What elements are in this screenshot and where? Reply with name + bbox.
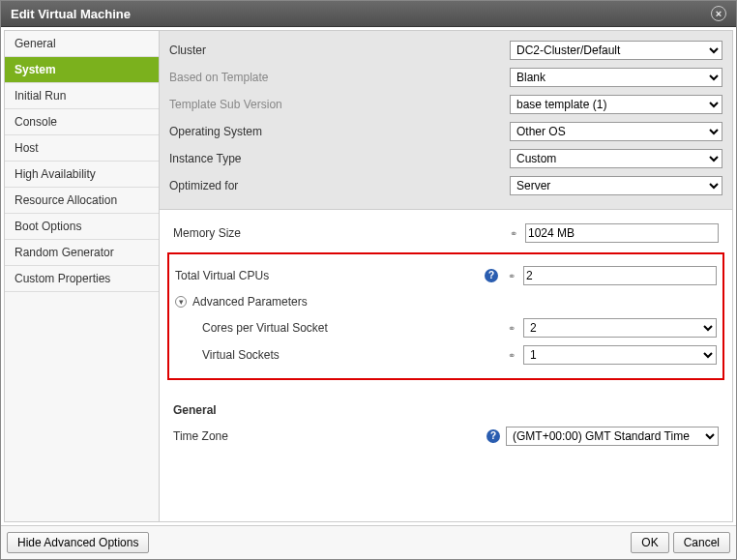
label-memory: Memory Size — [173, 226, 347, 240]
edit-vm-dialog: Edit Virtual Machine × General System In… — [0, 0, 737, 560]
virtual-sockets-select[interactable]: 1 — [523, 345, 717, 365]
row-memory: Memory Size ⚭ — [173, 220, 719, 247]
row-cluster: Cluster DC2-Cluster/Default — [169, 37, 722, 64]
dialog-title: Edit Virtual Machine — [11, 7, 131, 21]
row-template-sub: Template Sub Version base template (1) — [169, 91, 722, 118]
general-section-title: General — [173, 390, 719, 423]
sidebar-item-initial-run[interactable]: Initial Run — [5, 83, 159, 109]
label-template-sub: Template Sub Version — [169, 98, 343, 111]
label-os: Operating System — [169, 125, 343, 138]
chain-icon: ⚭ — [506, 228, 521, 238]
row-vcpus: Total Virtual CPUs ? ⚭ — [175, 262, 717, 289]
system-settings: Memory Size ⚭ Total Virtual CPUs ? ⚭ — [160, 210, 732, 459]
optimized-for-select[interactable]: Server — [510, 176, 722, 195]
cluster-select[interactable]: DC2-Cluster/Default — [510, 41, 722, 60]
sidebar-item-host[interactable]: Host — [5, 135, 159, 162]
sidebar-item-general[interactable]: General — [5, 31, 159, 57]
label-vcpus: Total Virtual CPUs — [175, 269, 349, 282]
row-cores: Cores per Virtual Socket ⚭ 2 — [175, 314, 717, 341]
close-icon[interactable]: × — [711, 6, 726, 21]
template-select[interactable]: Blank — [510, 68, 722, 87]
row-instance: Instance Type Custom — [169, 145, 722, 172]
sidebar-item-boot-options[interactable]: Boot Options — [5, 214, 159, 240]
ok-button[interactable]: OK — [631, 532, 668, 553]
template-sub-select[interactable]: base template (1) — [510, 95, 722, 114]
chain-icon: ⚭ — [504, 271, 519, 280]
sidebar-item-resource-allocation[interactable]: Resource Allocation — [5, 188, 159, 214]
timezone-select[interactable]: (GMT+00:00) GMT Standard Time — [506, 427, 719, 446]
os-select[interactable]: Other OS — [510, 122, 722, 141]
help-icon[interactable]: ? — [485, 269, 498, 282]
row-optimized: Optimized for Server — [169, 172, 722, 199]
row-os: Operating System Other OS — [169, 118, 722, 145]
sidebar: General System Initial Run Console Host … — [5, 31, 160, 521]
sidebar-item-random-generator[interactable]: Random Generator — [5, 240, 159, 266]
label-optimized: Optimized for — [169, 179, 343, 192]
label-cluster: Cluster — [169, 44, 343, 57]
cpu-highlight-box: Total Virtual CPUs ? ⚭ ▾ Advanced Parame… — [167, 252, 724, 380]
label-template: Based on Template — [169, 71, 343, 84]
hide-advanced-button[interactable]: Hide Advanced Options — [7, 532, 149, 553]
dialog-footer: Hide Advanced Options OK Cancel — [1, 525, 736, 559]
chevron-down-icon: ▾ — [175, 296, 187, 308]
label-instance: Instance Type — [169, 152, 343, 165]
advanced-parameters-label: Advanced Parameters — [192, 295, 308, 309]
row-sockets: Virtual Sockets ⚭ 1 — [175, 341, 717, 368]
sidebar-item-console[interactable]: Console — [5, 109, 159, 135]
titlebar: Edit Virtual Machine × — [1, 1, 736, 27]
sidebar-item-system[interactable]: System — [5, 57, 159, 83]
row-timezone: Time Zone ? (GMT+00:00) GMT Standard Tim… — [173, 423, 719, 450]
cancel-button[interactable]: Cancel — [673, 532, 730, 553]
help-icon[interactable]: ? — [486, 429, 500, 443]
sidebar-item-high-availability[interactable]: High Availability — [5, 162, 159, 188]
label-timezone: Time Zone — [173, 429, 347, 443]
cores-per-socket-select[interactable]: 2 — [523, 318, 717, 338]
memory-size-input[interactable] — [525, 223, 719, 243]
content-pane: Cluster DC2-Cluster/Default Based on Tem… — [160, 31, 732, 521]
sidebar-item-custom-properties[interactable]: Custom Properties — [5, 266, 159, 292]
dialog-body: General System Initial Run Console Host … — [4, 30, 733, 522]
label-cores: Cores per Virtual Socket — [202, 321, 376, 335]
total-vcpus-input[interactable] — [523, 266, 717, 285]
vm-common-settings: Cluster DC2-Cluster/Default Based on Tem… — [160, 31, 732, 210]
row-advanced-toggle[interactable]: ▾ Advanced Parameters — [175, 289, 717, 314]
row-template: Based on Template Blank — [169, 64, 722, 91]
label-sockets: Virtual Sockets — [202, 348, 376, 362]
chain-icon: ⚭ — [504, 323, 519, 333]
chain-icon: ⚭ — [504, 350, 519, 360]
instance-type-select[interactable]: Custom — [510, 149, 722, 168]
